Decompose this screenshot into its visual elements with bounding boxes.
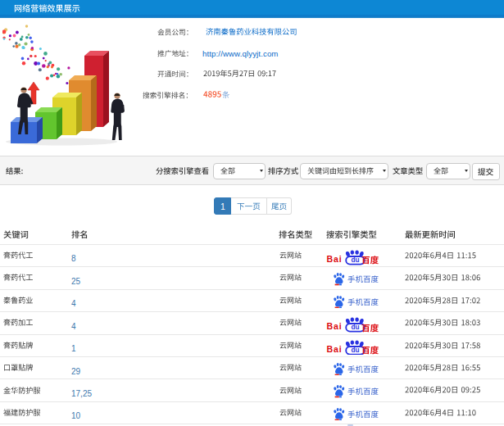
- svg-text:du: du: [351, 324, 359, 332]
- svg-text:du: du: [351, 256, 359, 264]
- svg-text:du: du: [351, 347, 359, 354]
